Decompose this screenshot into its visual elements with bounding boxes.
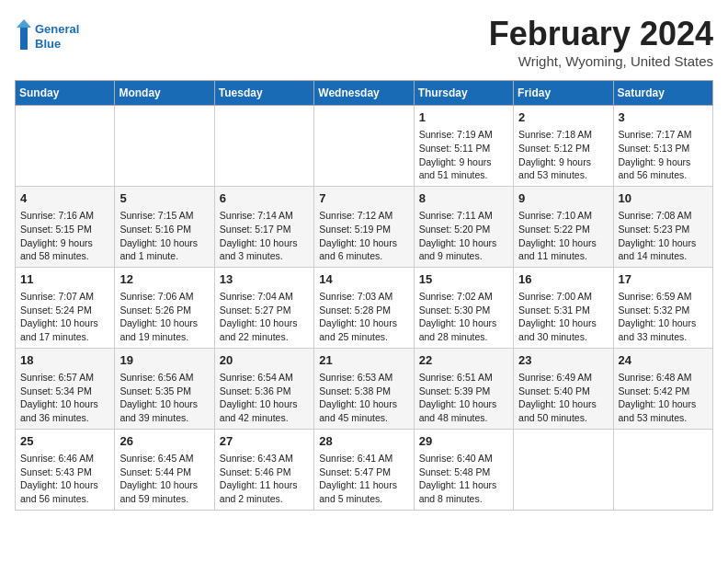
day-number: 14 xyxy=(319,271,408,288)
day-number: 15 xyxy=(419,271,508,288)
day-info: Sunrise: 7:12 AM Sunset: 5:19 PM Dayligh… xyxy=(319,209,408,263)
month-title: February 2024 xyxy=(489,15,713,53)
calendar-cell: 19Sunrise: 6:56 AM Sunset: 5:35 PM Dayli… xyxy=(115,348,214,429)
day-number: 21 xyxy=(319,352,408,369)
logo-svg: GeneralBlue xyxy=(15,15,79,56)
calendar-cell: 12Sunrise: 7:06 AM Sunset: 5:26 PM Dayli… xyxy=(115,267,214,348)
location: Wright, Wyoming, United States xyxy=(489,53,713,69)
day-number: 6 xyxy=(220,190,309,207)
day-info: Sunrise: 6:57 AM Sunset: 5:34 PM Dayligh… xyxy=(20,371,109,425)
logo: GeneralBlue xyxy=(15,15,79,56)
svg-rect-3 xyxy=(20,28,28,50)
day-info: Sunrise: 6:46 AM Sunset: 5:43 PM Dayligh… xyxy=(20,452,109,506)
day-number: 4 xyxy=(20,190,109,207)
day-number: 28 xyxy=(319,433,408,450)
day-number: 1 xyxy=(419,109,508,126)
day-number: 17 xyxy=(619,271,708,288)
calendar-cell: 17Sunrise: 6:59 AM Sunset: 5:32 PM Dayli… xyxy=(613,267,712,348)
calendar-cell xyxy=(613,429,712,510)
day-info: Sunrise: 6:54 AM Sunset: 5:36 PM Dayligh… xyxy=(220,371,309,425)
day-number: 10 xyxy=(619,190,708,207)
day-number: 13 xyxy=(220,271,309,288)
calendar-cell: 2Sunrise: 7:18 AM Sunset: 5:12 PM Daylig… xyxy=(514,106,613,187)
day-number: 22 xyxy=(419,352,508,369)
day-info: Sunrise: 7:02 AM Sunset: 5:30 PM Dayligh… xyxy=(419,290,508,344)
svg-text:General: General xyxy=(35,22,79,36)
calendar-cell: 27Sunrise: 6:43 AM Sunset: 5:46 PM Dayli… xyxy=(214,429,313,510)
calendar-cell: 23Sunrise: 6:49 AM Sunset: 5:40 PM Dayli… xyxy=(514,348,613,429)
calendar-cell xyxy=(514,429,613,510)
day-number: 18 xyxy=(20,352,109,369)
day-info: Sunrise: 6:49 AM Sunset: 5:40 PM Dayligh… xyxy=(518,371,608,425)
day-info: Sunrise: 6:45 AM Sunset: 5:44 PM Dayligh… xyxy=(119,452,209,506)
calendar-cell xyxy=(115,106,214,187)
day-info: Sunrise: 7:06 AM Sunset: 5:26 PM Dayligh… xyxy=(119,290,209,344)
day-number: 24 xyxy=(619,352,708,369)
day-number: 8 xyxy=(419,190,508,207)
calendar-cell: 21Sunrise: 6:53 AM Sunset: 5:38 PM Dayli… xyxy=(314,348,414,429)
calendar-cell: 5Sunrise: 7:15 AM Sunset: 5:16 PM Daylig… xyxy=(115,186,214,267)
title-block: February 2024 Wright, Wyoming, United St… xyxy=(489,15,713,69)
calendar-cell: 8Sunrise: 7:11 AM Sunset: 5:20 PM Daylig… xyxy=(414,186,513,267)
calendar-cell: 1Sunrise: 7:19 AM Sunset: 5:11 PM Daylig… xyxy=(414,106,513,187)
day-info: Sunrise: 6:51 AM Sunset: 5:39 PM Dayligh… xyxy=(419,371,508,425)
day-info: Sunrise: 6:56 AM Sunset: 5:35 PM Dayligh… xyxy=(119,371,209,425)
calendar-week-row: 11Sunrise: 7:07 AM Sunset: 5:24 PM Dayli… xyxy=(16,267,713,348)
day-number: 7 xyxy=(319,190,408,207)
day-info: Sunrise: 7:18 AM Sunset: 5:12 PM Dayligh… xyxy=(518,128,608,182)
calendar-cell: 10Sunrise: 7:08 AM Sunset: 5:23 PM Dayli… xyxy=(613,186,712,267)
calendar-cell: 7Sunrise: 7:12 AM Sunset: 5:19 PM Daylig… xyxy=(314,186,414,267)
svg-text:Blue: Blue xyxy=(35,37,61,51)
day-number: 23 xyxy=(518,352,608,369)
day-info: Sunrise: 7:11 AM Sunset: 5:20 PM Dayligh… xyxy=(419,209,508,263)
calendar-cell: 9Sunrise: 7:10 AM Sunset: 5:22 PM Daylig… xyxy=(514,186,613,267)
day-info: Sunrise: 7:14 AM Sunset: 5:17 PM Dayligh… xyxy=(220,209,309,263)
day-info: Sunrise: 7:17 AM Sunset: 5:13 PM Dayligh… xyxy=(619,128,708,182)
svg-marker-2 xyxy=(17,19,31,28)
day-info: Sunrise: 7:16 AM Sunset: 5:15 PM Dayligh… xyxy=(20,209,109,263)
day-number: 29 xyxy=(419,433,508,450)
day-number: 19 xyxy=(119,352,209,369)
day-info: Sunrise: 6:53 AM Sunset: 5:38 PM Dayligh… xyxy=(319,371,408,425)
day-number: 5 xyxy=(119,190,209,207)
calendar-header-row: SundayMondayTuesdayWednesdayThursdayFrid… xyxy=(16,81,713,106)
calendar-week-row: 4Sunrise: 7:16 AM Sunset: 5:15 PM Daylig… xyxy=(16,186,713,267)
day-number: 27 xyxy=(220,433,309,450)
day-info: Sunrise: 6:43 AM Sunset: 5:46 PM Dayligh… xyxy=(220,452,309,506)
calendar-cell xyxy=(16,106,115,187)
day-info: Sunrise: 6:59 AM Sunset: 5:32 PM Dayligh… xyxy=(619,290,708,344)
calendar-cell: 28Sunrise: 6:41 AM Sunset: 5:47 PM Dayli… xyxy=(314,429,414,510)
day-info: Sunrise: 7:04 AM Sunset: 5:27 PM Dayligh… xyxy=(220,290,309,344)
day-info: Sunrise: 6:40 AM Sunset: 5:48 PM Dayligh… xyxy=(419,452,508,506)
calendar-week-row: 1Sunrise: 7:19 AM Sunset: 5:11 PM Daylig… xyxy=(16,106,713,187)
calendar-cell: 29Sunrise: 6:40 AM Sunset: 5:48 PM Dayli… xyxy=(414,429,513,510)
weekday-header-thursday: Thursday xyxy=(414,81,513,106)
calendar-cell: 22Sunrise: 6:51 AM Sunset: 5:39 PM Dayli… xyxy=(414,348,513,429)
day-info: Sunrise: 7:00 AM Sunset: 5:31 PM Dayligh… xyxy=(518,290,608,344)
calendar-cell: 11Sunrise: 7:07 AM Sunset: 5:24 PM Dayli… xyxy=(16,267,115,348)
weekday-header-tuesday: Tuesday xyxy=(214,81,313,106)
calendar-cell: 14Sunrise: 7:03 AM Sunset: 5:28 PM Dayli… xyxy=(314,267,414,348)
calendar-cell xyxy=(214,106,313,187)
day-number: 26 xyxy=(119,433,209,450)
day-number: 12 xyxy=(119,271,209,288)
day-info: Sunrise: 6:41 AM Sunset: 5:47 PM Dayligh… xyxy=(319,452,408,506)
calendar-week-row: 18Sunrise: 6:57 AM Sunset: 5:34 PM Dayli… xyxy=(16,348,713,429)
calendar-cell: 20Sunrise: 6:54 AM Sunset: 5:36 PM Dayli… xyxy=(214,348,313,429)
calendar-cell: 25Sunrise: 6:46 AM Sunset: 5:43 PM Dayli… xyxy=(16,429,115,510)
calendar-cell: 24Sunrise: 6:48 AM Sunset: 5:42 PM Dayli… xyxy=(613,348,712,429)
day-number: 11 xyxy=(20,271,109,288)
day-info: Sunrise: 7:08 AM Sunset: 5:23 PM Dayligh… xyxy=(619,209,708,263)
calendar-cell: 4Sunrise: 7:16 AM Sunset: 5:15 PM Daylig… xyxy=(16,186,115,267)
calendar-table: SundayMondayTuesdayWednesdayThursdayFrid… xyxy=(15,80,713,511)
calendar-cell: 18Sunrise: 6:57 AM Sunset: 5:34 PM Dayli… xyxy=(16,348,115,429)
day-info: Sunrise: 7:07 AM Sunset: 5:24 PM Dayligh… xyxy=(20,290,109,344)
calendar-cell: 15Sunrise: 7:02 AM Sunset: 5:30 PM Dayli… xyxy=(414,267,513,348)
day-number: 9 xyxy=(518,190,608,207)
calendar-cell: 16Sunrise: 7:00 AM Sunset: 5:31 PM Dayli… xyxy=(514,267,613,348)
weekday-header-saturday: Saturday xyxy=(613,81,712,106)
day-info: Sunrise: 7:19 AM Sunset: 5:11 PM Dayligh… xyxy=(419,128,508,182)
day-info: Sunrise: 6:48 AM Sunset: 5:42 PM Dayligh… xyxy=(619,371,708,425)
day-info: Sunrise: 7:03 AM Sunset: 5:28 PM Dayligh… xyxy=(319,290,408,344)
calendar-cell: 26Sunrise: 6:45 AM Sunset: 5:44 PM Dayli… xyxy=(115,429,214,510)
